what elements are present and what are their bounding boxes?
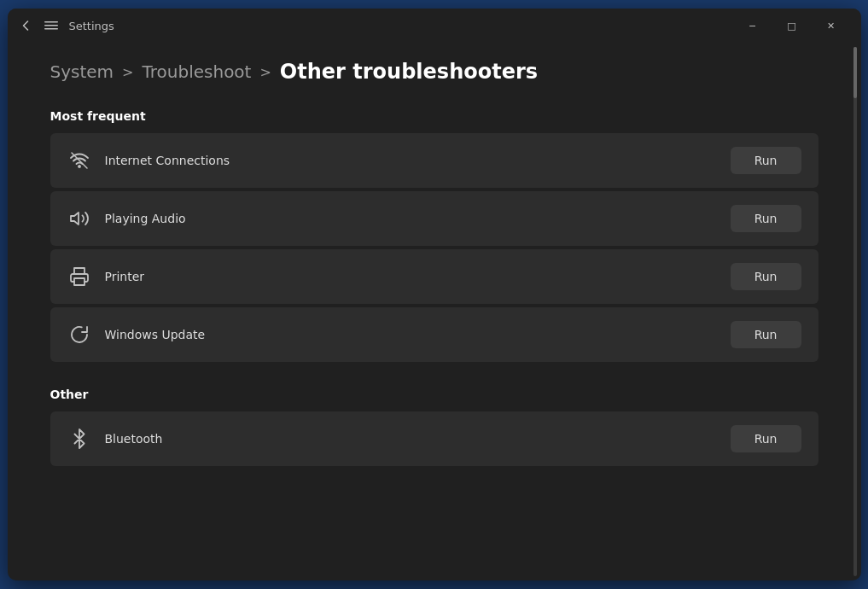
back-button[interactable]	[18, 18, 33, 33]
list-item: Windows Update Run	[50, 307, 818, 362]
svg-marker-5	[71, 213, 79, 225]
breadcrumb-troubleshoot[interactable]: Troubleshoot	[143, 61, 252, 82]
audio-icon	[67, 207, 91, 230]
run-playing-audio-button[interactable]: Run	[731, 205, 801, 232]
run-bluetooth-button[interactable]: Run	[731, 425, 801, 452]
list-item: Internet Connections Run	[50, 133, 818, 188]
scrollbar-thumb[interactable]	[853, 47, 857, 98]
main-content: System > Troubleshoot > Other troublesho…	[8, 43, 861, 580]
svg-rect-1	[44, 25, 58, 26]
title-bar: Settings ─ □ ✕	[8, 9, 861, 43]
most-frequent-list: Internet Connections Run Playing Audio R…	[50, 133, 818, 362]
svg-point-3	[79, 166, 80, 167]
wifi-icon	[67, 149, 91, 172]
minimize-button[interactable]: ─	[733, 12, 772, 39]
run-internet-connections-button[interactable]: Run	[731, 147, 801, 174]
svg-rect-6	[74, 278, 84, 285]
list-item: Printer Run	[50, 249, 818, 304]
item-playing-audio: Playing Audio	[105, 212, 717, 225]
bluetooth-icon	[67, 427, 91, 451]
menu-button[interactable]	[44, 18, 59, 33]
item-printer: Printer	[105, 270, 717, 283]
item-windows-update: Windows Update	[105, 328, 717, 341]
title-bar-left: Settings	[18, 18, 733, 33]
run-printer-button[interactable]: Run	[731, 263, 801, 290]
other-heading: Other	[50, 388, 818, 401]
breadcrumb-current: Other troubleshooters	[280, 60, 538, 84]
breadcrumb-system[interactable]: System	[50, 61, 114, 82]
breadcrumb: System > Troubleshoot > Other troublesho…	[50, 60, 818, 84]
other-list: Bluetooth Run	[50, 411, 818, 466]
printer-icon	[67, 265, 91, 289]
item-bluetooth: Bluetooth	[105, 432, 717, 446]
breadcrumb-sep2: >	[259, 64, 271, 80]
settings-window: Settings ─ □ ✕ System > Troubleshoot > O…	[8, 9, 861, 580]
maximize-button[interactable]: □	[772, 12, 812, 39]
run-windows-update-button[interactable]: Run	[731, 321, 801, 348]
scrollbar-track	[853, 47, 857, 576]
list-item: Playing Audio Run	[50, 191, 818, 246]
window-controls: ─ □ ✕	[733, 12, 851, 39]
svg-rect-2	[44, 28, 58, 30]
svg-rect-0	[44, 21, 58, 23]
update-icon	[67, 323, 91, 347]
breadcrumb-sep1: >	[122, 64, 133, 80]
window-title: Settings	[69, 20, 114, 32]
close-button[interactable]: ✕	[812, 12, 851, 39]
most-frequent-heading: Most frequent	[50, 109, 818, 123]
list-item: Bluetooth Run	[50, 411, 818, 466]
item-internet-connections: Internet Connections	[105, 154, 717, 167]
